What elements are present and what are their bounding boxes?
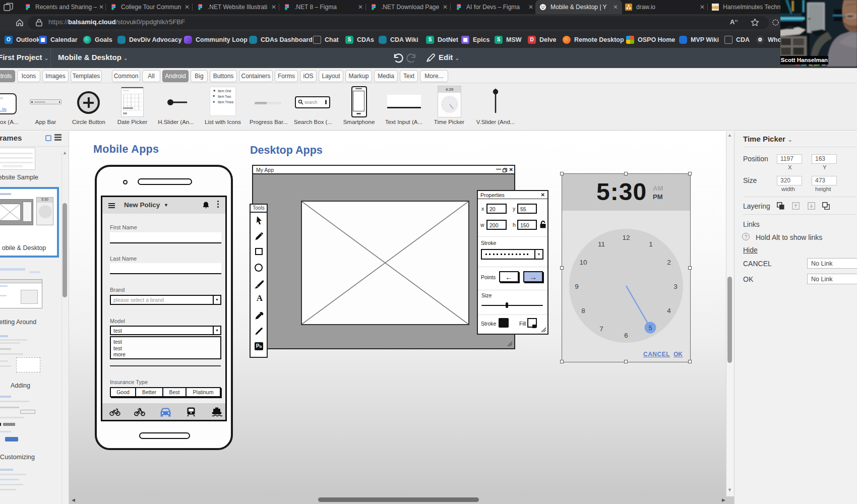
svg-text:5: 5 <box>649 325 652 332</box>
svg-text:1: 1 <box>649 240 653 248</box>
svg-text:HM: HM <box>712 5 719 10</box>
svg-text:8: 8 <box>581 307 585 314</box>
svg-text:6: 6 <box>624 332 628 339</box>
svg-text:9: 9 <box>575 283 579 290</box>
svg-text:2: 2 <box>667 259 671 266</box>
svg-text:3: 3 <box>674 283 678 290</box>
svg-text:10: 10 <box>579 259 587 266</box>
svg-text:12: 12 <box>622 234 630 241</box>
svg-text:7: 7 <box>599 325 603 333</box>
svg-text:4: 4 <box>667 307 671 314</box>
svg-text:11: 11 <box>598 240 605 248</box>
